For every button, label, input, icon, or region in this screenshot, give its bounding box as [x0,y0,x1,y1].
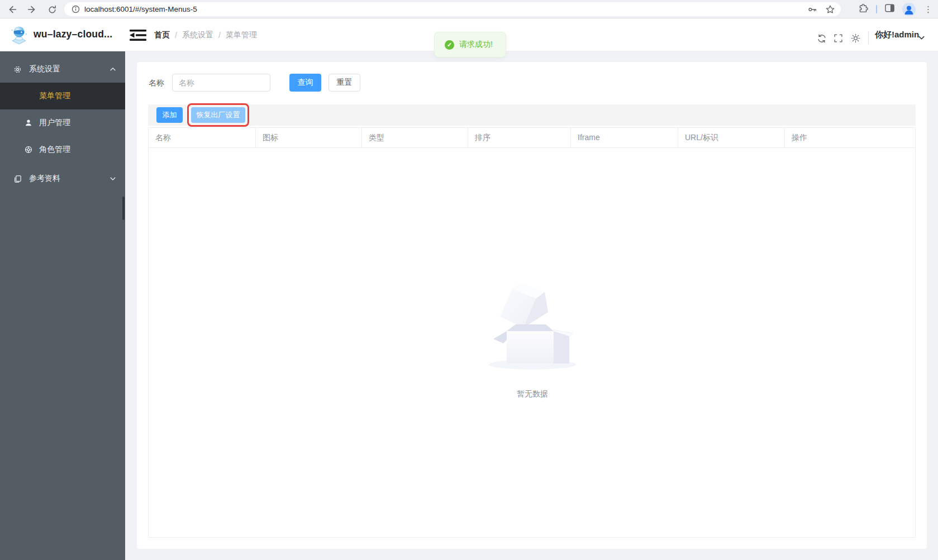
add-button[interactable]: 添加 [156,107,183,123]
documents-icon [13,175,22,183]
url-text: localhost:6001/#/system-Menus-5 [84,5,197,13]
name-filter-label: 名称 [149,74,164,92]
empty-text: 暂无数据 [471,389,594,399]
sidebar-item-role-management[interactable]: 角色管理 [0,136,125,163]
sidebar-group-label: 系统设置 [29,64,60,74]
success-toast: ✓ 请求成功! [434,32,506,58]
screen: localhost:6001/#/system-Menus-5 ⋮ [0,0,938,560]
column-header-name[interactable]: 名称 [149,128,256,148]
user-greeting[interactable]: 你好!admin [875,30,919,40]
sidebar-group-system-settings[interactable]: 系统设置 [0,56,125,83]
tab-group-divider [876,5,877,13]
browser-menu-icon[interactable]: ⋮ [923,3,934,16]
reset-button[interactable]: 重置 [328,74,360,92]
table-toolbar [148,104,916,126]
sidebar: 系统设置 菜单管理 用户管理 角色管理 参考资料 [0,51,125,560]
sidebar-group-label: 参考资料 [29,174,60,184]
user-icon [25,119,32,127]
gear-icon [13,65,22,74]
refresh-icon[interactable] [817,33,827,44]
chevron-up-icon [109,66,116,73]
breadcrumb-separator: / [175,31,177,40]
breadcrumb-separator: / [218,31,221,40]
browser-toolbar: localhost:6001/#/system-Menus-5 ⋮ [0,0,938,18]
address-bar[interactable]: localhost:6001/#/system-Menus-5 [64,2,841,16]
browser-forward-icon[interactable] [26,4,37,15]
bookmark-star-icon[interactable] [825,4,835,17]
column-header-url[interactable]: URL/标识 [678,128,785,148]
column-header-sort[interactable]: 排序 [468,128,571,148]
sidebar-item-label: 用户管理 [39,118,70,128]
sidebar-item-label: 角色管理 [39,145,70,155]
restore-factory-button[interactable]: 恢复出厂设置 [191,107,245,123]
name-filter-input[interactable] [172,74,270,92]
site-info-icon[interactable] [72,5,80,16]
life-ring-icon [25,146,32,154]
browser-profile-avatar[interactable] [902,3,916,16]
empty-box-illustration [488,280,577,372]
sidebar-item-menu-management[interactable]: 菜单管理 [0,83,125,109]
theme-sun-icon[interactable] [851,33,861,44]
fullscreen-icon[interactable] [834,33,844,44]
sidebar-item-label: 菜单管理 [39,91,70,101]
browser-reload-icon[interactable] [46,4,58,15]
app-title: wu–lazy–cloud... [34,28,112,40]
query-button[interactable]: 查询 [289,74,321,92]
header-divider [868,31,869,45]
chevron-down-icon[interactable] [918,33,925,44]
app-logo [11,26,27,44]
column-header-iframe[interactable]: Iframe [571,128,678,148]
sidebar-item-user-management[interactable]: 用户管理 [0,109,125,136]
success-check-icon: ✓ [445,40,454,50]
menus-table: 名称 图标 类型 排序 Iframe URL/标识 操作 [148,127,916,538]
toast-message: 请求成功! [459,40,493,50]
side-panel-icon[interactable] [884,3,895,16]
breadcrumb-section[interactable]: 系统设置 [182,30,213,40]
column-header-type[interactable]: 类型 [362,128,468,148]
sidebar-group-reference-materials[interactable]: 参考资料 [0,165,125,192]
breadcrumb-home[interactable]: 首页 [154,30,170,40]
sidebar-scrollbar-thumb[interactable] [122,197,125,220]
column-header-icon[interactable]: 图标 [256,128,362,148]
password-key-icon[interactable] [807,4,817,17]
breadcrumb-page[interactable]: 菜单管理 [226,30,257,40]
table-header-row: 名称 图标 类型 排序 Iframe URL/标识 操作 [149,128,915,148]
sidebar-collapse-icon[interactable] [130,29,146,41]
browser-back-icon[interactable] [7,4,18,15]
chevron-down-icon [109,175,116,182]
column-header-actions[interactable]: 操作 [785,128,915,148]
extensions-icon[interactable] [858,3,869,16]
breadcrumb: 首页 / 系统设置 / 菜单管理 [154,30,257,40]
